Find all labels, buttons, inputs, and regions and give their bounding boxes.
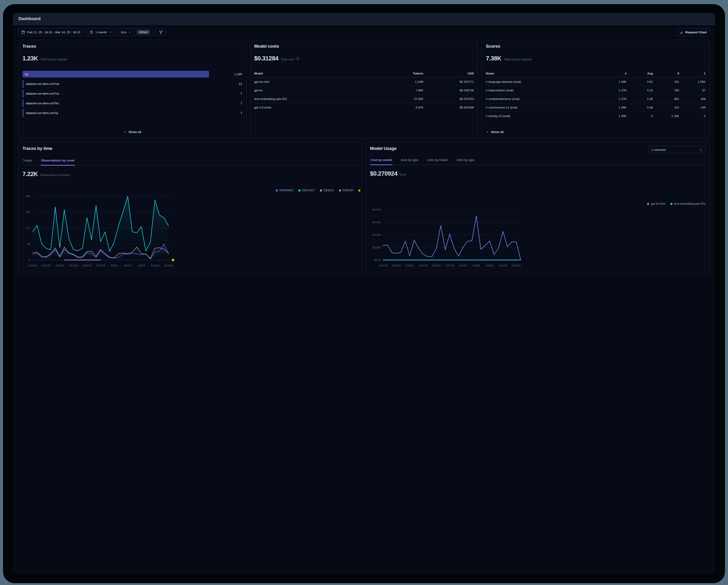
legend-label: ERROR — [343, 189, 353, 192]
metric-value: 1.23K — [22, 55, 38, 62]
date-range-picker[interactable]: Feb 12, 25 : 16:31 - Mar 14, 25 : 16:31 — [18, 28, 84, 36]
app-panel: Dashboard Feb 12, 25 : 16:31 - Mar 14, 2… — [13, 13, 364, 292]
table-row: text-embedding-ada-00237.53K$0.003753 — [254, 95, 364, 103]
chart-cards-row: Traces by time TracesObservations by Lev… — [18, 142, 364, 274]
traces-by-time-tabs: TracesObservations by Level — [22, 157, 358, 165]
table-row: gpt-3.5-turbo4.57K$0.003188 — [254, 103, 364, 112]
trace-row: dataset-run-item-cm7ko7 — [22, 100, 242, 107]
table-cell: gpt-4o-mini — [254, 78, 364, 86]
svg-text:0: 0 — [29, 259, 30, 261]
table-cell: text-embedding-ada-002 — [254, 95, 364, 103]
tab-traces[interactable]: Traces — [22, 157, 33, 165]
show-all-label: Show all — [128, 130, 141, 134]
chart-block: WARNINGDEFAULTDEBUGERROR 0851702553402/1… — [22, 189, 358, 270]
trace-name: dataset-run-item-cm7ko — [26, 102, 59, 105]
svg-text:3/11/25: 3/11/25 — [151, 264, 159, 267]
clock-icon — [89, 30, 93, 34]
trace-row: dataset-run-item-cm7nj7 — [22, 110, 242, 116]
filter-bar: Feb 12, 25 : 16:31 - Mar 14, 25 : 16:31 … — [18, 28, 364, 36]
chevron-down-icon — [128, 31, 131, 34]
metric-value: 7.22K — [22, 170, 38, 178]
table-cell: gpt-4o — [254, 86, 364, 95]
traces-list: qa1,180dataset-run-item-cm7ud21dataset-r… — [22, 71, 242, 119]
trace-count: 7 — [240, 111, 242, 115]
legend-item-warning: WARNING — [276, 189, 293, 192]
traces-card: Traces 1.23K Total traces tracked qa1,18… — [18, 40, 246, 138]
env-label: Env — [121, 30, 126, 34]
legend-dot — [298, 189, 301, 191]
observations-total: 7.22K Observations tracked — [22, 170, 358, 178]
legend-label: WARNING — [280, 189, 293, 192]
tab-observations-by-level[interactable]: Observations by Level — [41, 157, 75, 165]
metric-cards-row: Traces 1.23K Total traces tracked qa1,18… — [18, 40, 364, 138]
table-header-row: ModelTokensUSD — [254, 72, 364, 78]
trace-count: 1,180 — [234, 72, 242, 76]
legend-dot — [339, 189, 341, 191]
table-cell: gpt-3.5-turbo — [254, 103, 364, 112]
legend-label: DEBUG — [323, 189, 334, 192]
date-range-label: Feb 12, 25 : 16:31 - Mar 14, 25 : 16:31 — [27, 30, 80, 34]
show-all-button[interactable]: Show all — [123, 130, 141, 135]
trace-name: qa — [25, 72, 28, 76]
svg-text:170: 170 — [26, 227, 30, 230]
svg-text:3/8/25: 3/8/25 — [138, 264, 145, 267]
filter-button[interactable] — [156, 28, 166, 36]
legend-label: DEFAULT — [302, 189, 315, 192]
model-costs-card: Model costs $0.31284 Total cost ModelTok… — [250, 40, 364, 138]
legend-dot — [320, 189, 322, 191]
svg-text:2/18/25: 2/18/25 — [55, 264, 64, 267]
calendar-icon — [21, 30, 25, 34]
metric-caption: Total traces tracked — [40, 58, 67, 61]
trace-count: 7 — [240, 92, 242, 95]
model-costs-total: $0.31284 Total cost — [254, 55, 364, 62]
legend-dot — [358, 189, 360, 191]
svg-text:2/12/25: 2/12/25 — [28, 264, 37, 267]
chevron-down-icon — [123, 130, 126, 133]
trace-name: dataset-run-item-cm7ud — [26, 82, 59, 86]
legend-item-clipped — [358, 189, 360, 191]
page-header: Dashboard — [13, 13, 364, 25]
trace-name: dataset-run-item-cm7no — [26, 92, 59, 95]
metric-caption: Total cost — [281, 58, 294, 61]
svg-text:3/5/25: 3/5/25 — [124, 264, 131, 267]
trace-bar — [22, 100, 24, 107]
svg-text:2/15/25: 2/15/25 — [42, 264, 51, 267]
page-content: Feb 12, 25 : 16:31 - Mar 14, 25 : 16:31 … — [13, 25, 364, 292]
legend-dot — [276, 189, 278, 191]
time-preset-select[interactable]: 1 month — [86, 28, 115, 36]
card-title: Traces — [22, 44, 242, 49]
svg-text:85: 85 — [27, 243, 30, 245]
trace-bar — [22, 109, 24, 117]
svg-text:2/21/25: 2/21/25 — [69, 264, 78, 267]
metric-caption: Observations tracked — [40, 173, 70, 177]
trace-count: 21 — [239, 82, 242, 86]
metric-value: $0.31284 — [254, 55, 278, 62]
trace-row: qa1,180 — [22, 71, 242, 78]
env-value-chip: default — [137, 30, 150, 35]
page-title: Dashboard — [19, 17, 41, 21]
svg-text:340: 340 — [26, 195, 30, 197]
card-title: Model costs — [254, 44, 364, 49]
info-icon — [296, 57, 300, 60]
trace-bar — [22, 71, 209, 78]
observations-by-level-chart: 0851702553402/12/252/15/252/18/252/21/25… — [22, 193, 179, 269]
chevron-down-icon — [109, 30, 112, 34]
trace-row: dataset-run-item-cm7ud21 — [22, 80, 242, 87]
window-frame: Dashboard Feb 12, 25 : 16:31 - Mar 14, 2… — [3, 4, 364, 292]
traces-by-time-card: Traces by time TracesObservations by Lev… — [18, 142, 363, 274]
svg-text:255: 255 — [26, 211, 30, 213]
trace-bar — [22, 90, 24, 98]
column-header: Model — [254, 72, 364, 78]
env-filter[interactable]: Env default — [118, 28, 153, 36]
trace-row: dataset-run-item-cm7no7 — [22, 90, 242, 97]
card-title: Traces by time — [22, 146, 358, 151]
funnel-icon — [159, 30, 163, 34]
legend-item-error: ERROR — [339, 189, 353, 192]
svg-text:2/24/25: 2/24/25 — [83, 264, 92, 267]
svg-text:2/27/25: 2/27/25 — [96, 264, 105, 267]
trace-count: 7 — [240, 102, 242, 105]
chart-legend: WARNINGDEFAULTDEBUGERROR — [22, 189, 360, 192]
traces-total: 1.23K Total traces tracked — [22, 55, 242, 62]
legend-item-default: DEFAULT — [298, 189, 315, 192]
trace-name: dataset-run-item-cm7nj — [26, 111, 58, 115]
